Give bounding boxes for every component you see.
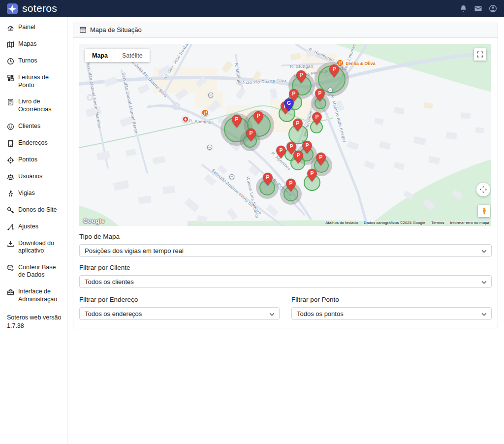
client-filter-select[interactable]: Todos os clientes — [79, 275, 492, 288]
svg-text:P: P — [296, 120, 299, 126]
sidebar-item-download-do-aplicativo[interactable]: Download do aplicativo — [0, 235, 67, 259]
client-select-wrap: Todos os clientes — [79, 275, 492, 288]
sidebar-item-pontos[interactable]: Pontos — [0, 152, 67, 168]
address-filter-label: Filtrar por Endereço — [79, 296, 280, 303]
situation-map[interactable]: R. João Pio Duarte SilvaR. João Pio Duar… — [79, 44, 491, 226]
db-icon — [7, 264, 14, 272]
svg-text:P: P — [310, 170, 314, 176]
key-icon — [7, 207, 14, 214]
point-marker-pin[interactable]: P — [246, 128, 256, 142]
svg-text:P: P — [292, 91, 295, 96]
sidebar-item-donos-do-site[interactable]: Donos do Site — [0, 202, 67, 219]
pegman-streetview-button[interactable] — [478, 205, 490, 217]
svg-text:P: P — [318, 90, 321, 96]
google-logo[interactable]: Google — [83, 218, 105, 224]
point-marker-pin[interactable]: P — [232, 114, 242, 128]
card-title: Mapa de Situação — [90, 26, 142, 33]
attribution-informar-erro-no-mapa[interactable]: Informar erro no mapa — [450, 221, 489, 225]
sidebar-item-mapas[interactable]: Mapas — [0, 36, 67, 53]
pan-control-button[interactable] — [476, 183, 490, 196]
walker-icon — [7, 190, 14, 197]
mail-icon[interactable] — [474, 4, 482, 13]
point-marker-pin[interactable]: P — [329, 64, 340, 78]
sidebar-item-label: Usuários — [18, 173, 42, 181]
map-type-select[interactable]: Posições dos vigias em tempo real — [79, 244, 492, 257]
point-marker-pin[interactable]: P — [293, 118, 303, 132]
sidebar-item-turnos[interactable]: Turnos — [0, 53, 67, 69]
point-marker-pin[interactable]: P — [293, 150, 304, 164]
sidebar-item-vigias[interactable]: Vigias — [0, 185, 67, 202]
sidebar-item-label: Pontos — [18, 156, 37, 164]
sidebar-item-conferir-base-de-dados[interactable]: Conferir Base de Dados — [0, 259, 67, 284]
nodes-icon — [7, 223, 14, 231]
point-select-wrap: Todos os pontos — [291, 307, 492, 320]
attribution-atalhos-do-teclado[interactable]: Atalhos do teclado — [325, 221, 358, 225]
svg-text:P: P — [305, 142, 309, 148]
crosshair-icon — [7, 157, 14, 164]
map-icon — [7, 41, 14, 48]
point-marker-pin[interactable]: P — [307, 168, 317, 182]
point-filter-select[interactable]: Todos os pontos — [291, 307, 492, 320]
brand-name: soteros — [22, 3, 57, 13]
point-marker-pin[interactable]: P — [302, 140, 313, 154]
address-filter-select[interactable]: Todos os endereços — [79, 307, 280, 320]
sidebar-item-livro-de-ocorrencias[interactable]: Livro de Ocorrências — [0, 94, 67, 118]
address-select-wrap: Todos os endereços — [79, 307, 280, 320]
map-type-control: Mapa Satélite — [85, 49, 150, 62]
navbar-icons — [459, 4, 497, 13]
sidebar-item-interface-de-administracao[interactable]: Interface de Administração — [0, 284, 67, 308]
point-marker-pin[interactable]: P — [286, 178, 296, 192]
restaurant-poi-icon[interactable]: Lenha & Oliva — [336, 60, 375, 67]
user-icon[interactable] — [489, 4, 497, 13]
point-filter-label: Filtrar por Ponto — [291, 296, 492, 303]
point-marker-pin[interactable]: P — [263, 172, 273, 186]
sidebar-item-label: Endereços — [18, 139, 48, 147]
svg-text:P: P — [332, 66, 336, 72]
transit-poi-icon[interactable] — [328, 88, 333, 93]
users-icon — [7, 173, 14, 181]
sidebar-item-label: Turnos — [18, 57, 37, 65]
transit-poi-icon[interactable] — [208, 93, 214, 98]
sidebar-item-label: Mapas — [18, 40, 37, 48]
bell-icon[interactable] — [459, 4, 468, 13]
point-marker-pin[interactable]: P — [276, 145, 286, 159]
building-icon — [7, 140, 14, 147]
point-marker-pin[interactable]: P — [315, 88, 325, 102]
health-poi-icon[interactable] — [182, 116, 189, 123]
satellite-view-button[interactable]: Satélite — [115, 49, 150, 62]
map-type-filter-label: Tipo de Mapa — [79, 233, 492, 240]
point-marker-pin[interactable]: P — [316, 152, 326, 166]
attribution-termos[interactable]: Termos — [431, 221, 444, 225]
situation-map-card: Mapa de Situação R. João Pio Duarte Silv… — [73, 22, 498, 328]
sidebar-item-ajustes[interactable]: Ajustes — [0, 219, 67, 235]
map-view-button[interactable]: Mapa — [85, 49, 115, 62]
svg-text:P: P — [289, 180, 292, 186]
fullscreen-button[interactable] — [474, 48, 486, 61]
guard-marker-pin[interactable]: G — [284, 98, 294, 112]
transit-poi-icon[interactable] — [229, 174, 235, 180]
sidebar-nav: PainelMapasTurnosLeituras de PontoLivro … — [0, 19, 67, 308]
sidebar-item-label: Download do aplicativo — [18, 240, 63, 255]
sidebar-item-clientes[interactable]: Clientes — [0, 118, 67, 135]
point-marker-pin[interactable]: P — [253, 111, 264, 125]
sidebar-item-label: Livro de Ocorrências — [18, 98, 63, 113]
point-marker-pin[interactable]: P — [296, 70, 307, 84]
attribution-dados-cartograficos-2025: Dados cartográficos ©2025 Google — [364, 221, 425, 225]
sidebar-item-label: Interface de Administração — [18, 288, 63, 303]
svg-text:P: P — [249, 130, 252, 136]
sidebar-item-enderecos[interactable]: Endereços — [0, 135, 67, 152]
map-attribution: Atalhos do tecladoDados cartográficos ©2… — [325, 221, 489, 225]
book-icon — [7, 98, 14, 106]
sidebar-item-label: Conferir Base de Dados — [18, 264, 63, 279]
restaurant-poi-icon[interactable] — [202, 109, 209, 117]
sidebar-item-painel[interactable]: Painel — [0, 19, 67, 36]
svg-text:P: P — [256, 113, 260, 119]
transit-poi-icon[interactable] — [207, 145, 213, 150]
brand[interactable]: soteros — [7, 3, 57, 14]
toolbox-icon — [7, 288, 14, 296]
point-marker-pin[interactable]: P — [312, 112, 322, 126]
sidebar-item-usuarios[interactable]: Usuários — [0, 168, 67, 185]
sidebar-item-leituras-de-ponto[interactable]: Leituras de Ponto — [0, 69, 67, 94]
svg-text:P: P — [315, 114, 318, 120]
card-header: Mapa de Situação — [73, 22, 498, 38]
